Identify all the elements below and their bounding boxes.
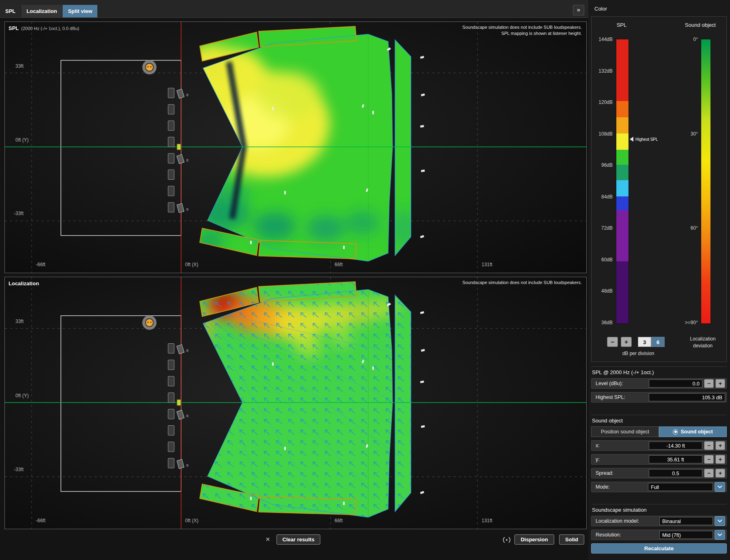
dispersion-icon[interactable] [502, 536, 511, 543]
spl-color-scale [616, 39, 629, 324]
spl-settings-section: SPL @ 2000 Hz (-/+ 1oct.) Level (dBu): 0… [591, 366, 727, 406]
level-decrease-button[interactable]: − [704, 379, 714, 388]
highest-spl-arrow-icon [630, 137, 633, 142]
spl-scale-label: SPL [603, 22, 640, 28]
localization-model-select[interactable]: Binaural [659, 517, 713, 525]
bottom-toolbar: × Clear results Dispersion Solid [4, 532, 586, 549]
radio-selected-icon [673, 429, 678, 435]
highest-spl-value-field: 105.3 dB [649, 393, 725, 401]
sound-object-scale-label: Sound object [675, 22, 726, 28]
svg-text:0ft (X): 0ft (X) [185, 518, 199, 523]
svg-text:66ft: 66ft [335, 518, 343, 523]
color-section-title: Color [594, 6, 607, 12]
tab-localization[interactable]: Localization [21, 5, 63, 17]
y-row: y: 35.61 ft − + [591, 454, 727, 465]
mode-select[interactable]: Full [648, 483, 713, 491]
localization-model-row: Localization model: Binaural [591, 516, 727, 526]
resolution-select[interactable]: Mid (7ft) [659, 531, 713, 539]
chevron-down-icon [717, 519, 722, 523]
tab-bar: SPL Localization Split view » [0, 0, 588, 18]
level-increase-button[interactable]: + [715, 379, 725, 388]
x-value-field[interactable]: -14.30 ft [649, 442, 702, 450]
svg-text:0: 0 [186, 463, 188, 467]
mode-row: Mode: Full [591, 482, 727, 492]
svg-text:0ft (X): 0ft (X) [185, 262, 199, 267]
highest-spl-marker: Highest SPL [630, 137, 658, 142]
localization-model-dropdown-button[interactable] [715, 516, 725, 526]
level-value-field[interactable]: 0.0 [649, 379, 702, 388]
localization-deviation-label: Localization deviation [685, 336, 721, 350]
spl-panel-notes: Soundscape simulation does not include S… [462, 24, 582, 37]
spread-value-field[interactable]: 0.5 [649, 469, 702, 477]
clear-results-button[interactable]: Clear results [276, 534, 320, 545]
sound-object-title: Sound object [592, 418, 727, 424]
sound-object-scale-ticks: 0° 30° 60° >=90° [661, 37, 698, 325]
chevron-down-icon [717, 533, 722, 536]
mode-dropdown-button[interactable] [715, 482, 725, 492]
y-value-field[interactable]: 35.61 ft [649, 455, 702, 463]
svg-text:33ft: 33ft [15, 319, 24, 324]
clear-results-icon[interactable]: × [266, 535, 270, 544]
svg-text:-33ft: -33ft [14, 467, 24, 472]
localization-panel-notes: Soundscape simulation does not include S… [462, 280, 582, 286]
svg-text:0: 0 [186, 158, 188, 162]
spl-settings-title: SPL @ 2000 Hz (-/+ 1oct.) [592, 369, 727, 375]
svg-text:131ft: 131ft [482, 262, 492, 267]
recalculate-button[interactable]: Recalculate [591, 543, 727, 554]
svg-text:-66ft: -66ft [36, 262, 46, 267]
selected-loudspeaker-icon [177, 400, 181, 405]
sound-object-color-scale [701, 39, 711, 324]
spl-scale-ticks: 144dB 132dB 120dB 108dB 96dB 84dB 72dB 6… [592, 37, 613, 325]
highest-spl-row: Highest SPL: 105.3 dB [591, 392, 727, 403]
collapse-sidebar-icon[interactable]: » [573, 5, 584, 15]
sound-object-button[interactable]: Sound object [659, 426, 727, 437]
db-per-division-label: dB per division [604, 351, 673, 356]
svg-text:0: 0 [186, 414, 188, 418]
selected-loudspeaker-icon [177, 144, 181, 150]
svg-text:0: 0 [186, 207, 188, 211]
soundscape-simulation-section: Soundscape simulation Localization model… [591, 504, 727, 554]
solid-button[interactable]: Solid [559, 534, 584, 545]
svg-text:-33ft: -33ft [14, 211, 24, 216]
sound-object-mode-toggle: Position sound object Sound object [591, 426, 727, 437]
localization-map-canvas[interactable]: 33ft 0ft (Y) -33ft -66ft 0ft (X) 66ft 13… [5, 277, 586, 529]
svg-text:0: 0 [186, 93, 188, 97]
x-increase-button[interactable]: + [715, 441, 725, 450]
svg-text:0: 0 [186, 349, 188, 353]
svg-text:0ft (Y): 0ft (Y) [15, 393, 29, 398]
color-panel: SPL Sound object 144dB 132dB 120dB 108dB… [591, 16, 727, 362]
soundscape-simulation-title: Soundscape simulation [592, 507, 727, 513]
db-division-increase-button[interactable]: + [621, 337, 632, 347]
y-increase-button[interactable]: + [715, 455, 725, 464]
spread-decrease-button[interactable]: − [704, 469, 714, 478]
position-sound-object-button[interactable]: Position sound object [591, 426, 659, 437]
tab-split-view[interactable]: Split view [63, 5, 98, 17]
resolution-dropdown-button[interactable] [715, 530, 725, 540]
svg-text:33ft: 33ft [15, 63, 24, 69]
level-row: Level (dBu): 0.0 − + [591, 378, 727, 389]
dispersion-button[interactable]: Dispersion [514, 534, 554, 545]
localization-map-panel: 33ft 0ft (Y) -33ft -66ft 0ft (X) 66ft 13… [4, 277, 587, 529]
x-decrease-button[interactable]: − [704, 441, 714, 450]
spread-row: Spread: 0.5 − + [591, 468, 727, 478]
chevron-down-icon [717, 485, 722, 489]
svg-text:0ft (Y): 0ft (Y) [15, 137, 29, 143]
spl-map-panel: 33ft 0ft (Y) -33ft -66ft 0ft (X) 66ft 13… [4, 22, 587, 273]
svg-text:131ft: 131ft [482, 518, 492, 523]
spl-map-canvas[interactable]: 33ft 0ft (Y) -33ft -66ft 0ft (X) 66ft 13… [5, 22, 586, 273]
tab-spl[interactable]: SPL [0, 5, 21, 17]
svg-text:-66ft: -66ft [36, 518, 46, 523]
db-division-decrease-button[interactable]: − [607, 337, 618, 347]
spl-panel-title: SPL(2000 Hz (-/+ 1oct.), 0.0 dBu) [9, 24, 79, 32]
resolution-row: Resolution: Mid (7ft) [591, 530, 727, 540]
db-division-option-3[interactable]: 3 [638, 337, 651, 347]
x-row: x: -14.30 ft − + [591, 440, 727, 451]
localization-panel-title: Localization [9, 280, 39, 287]
db-division-option-6[interactable]: 6 [651, 337, 665, 347]
sidebar: Color SPL Sound object 144dB 132dB 120dB… [588, 0, 730, 560]
svg-text:66ft: 66ft [335, 262, 343, 267]
y-decrease-button[interactable]: − [704, 455, 714, 464]
sound-object-section: Sound object Position sound object Sound… [591, 415, 727, 495]
spread-increase-button[interactable]: + [715, 469, 725, 478]
